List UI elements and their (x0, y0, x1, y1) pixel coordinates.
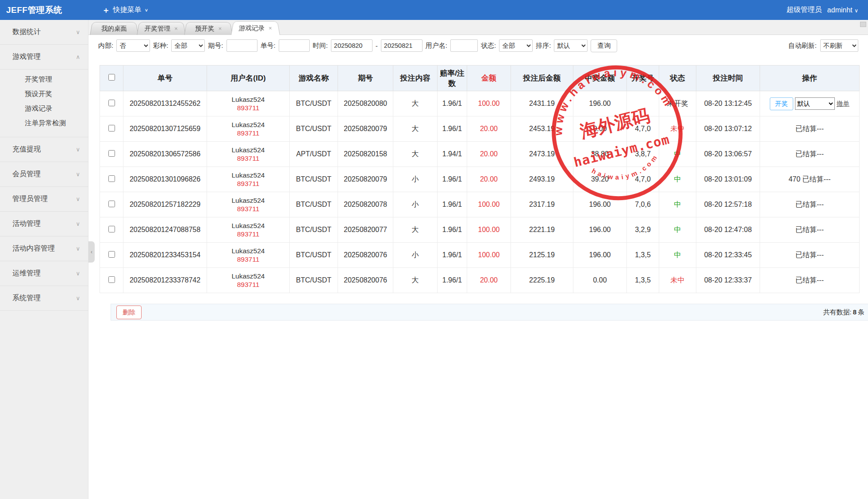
tab-scroll-button[interactable] (860, 22, 866, 27)
status-label: 状态: (481, 42, 496, 50)
period-input[interactable] (227, 39, 257, 52)
internal-select[interactable]: 否 (116, 39, 150, 52)
autorefresh-label: 自动刷新: (788, 42, 817, 50)
time-label: 时间: (313, 42, 328, 50)
table-row: 202508201307125659 Lukasz524893711 BTC/U… (100, 116, 860, 142)
sort-label: 排序: (536, 42, 551, 50)
sort-select[interactable]: 默认 (554, 39, 588, 52)
sidebar-collapse-handle[interactable]: ‹ (88, 241, 95, 263)
query-button[interactable]: 查询 (591, 39, 617, 52)
order-input[interactable] (279, 39, 310, 52)
cell-balance-after: 2317.19 (511, 192, 573, 217)
cell-win-amount: 196.00 (573, 243, 627, 268)
sidebar-item-activities[interactable]: 活动管理∨ (0, 212, 88, 236)
cell-bet-content: 大 (393, 116, 438, 142)
cell-game-name: BTC/USDT (290, 91, 338, 116)
time-from-input[interactable] (331, 39, 373, 52)
cell-draw-number (627, 91, 659, 116)
user-menu[interactable]: adminht ∨ (827, 6, 858, 14)
plus-icon: ＋ (102, 5, 110, 15)
cell-win-amount: 39.20 (573, 167, 627, 192)
sidebar-subitem-abnormal-bets[interactable]: 注单异常检测 (0, 116, 88, 131)
row-checkbox[interactable] (108, 175, 115, 182)
quick-menu-label: 快捷菜单 (113, 5, 141, 15)
user-role: 超级管理员 (787, 5, 822, 15)
cell-order-id: 202508201307125659 (123, 116, 207, 142)
col-operation: 操作 (760, 66, 860, 91)
chevron-down-icon: ∨ (76, 29, 80, 35)
cell-draw-number: 4,7,0 (627, 167, 659, 192)
tab-draw-mgmt[interactable]: 开奖管理× (137, 22, 185, 35)
table-row: 202508201247088758 Lukasz524893711 BTC/U… (100, 217, 860, 243)
select-all-checkbox[interactable] (108, 74, 115, 81)
cell-odds: 1.96/1 (438, 116, 467, 142)
cell-order-id: 202508201233378742 (123, 268, 207, 293)
sidebar-item-members[interactable]: 会员管理∨ (0, 162, 88, 187)
row-checkbox[interactable] (108, 125, 115, 132)
cell-odds: 1.96/1 (438, 91, 467, 116)
draw-button[interactable]: 开奖 (770, 97, 793, 110)
cell-username: Lukasz524893711 (207, 91, 290, 116)
chevron-down-icon: ∨ (144, 8, 148, 12)
cell-bet-content: 大 (393, 268, 438, 293)
cell-username: Lukasz524893711 (207, 142, 290, 167)
tab-my-desktop[interactable]: 我的桌面 (90, 22, 138, 35)
sidebar-subitem-preset-draw[interactable]: 预设开奖 (0, 87, 88, 101)
cell-status: 中 (659, 243, 696, 268)
tab-game-records[interactable]: 游戏记录× (231, 21, 280, 35)
chevron-down-icon: ∨ (76, 270, 80, 277)
filter-bar: 内部: 否 彩种: 全部 期号: 单号: 时间: - 用户名: 状态: 全部 排… (88, 35, 868, 56)
time-to-input[interactable] (381, 39, 422, 52)
close-icon[interactable]: × (174, 25, 178, 32)
sidebar-item-ops[interactable]: 运维管理∨ (0, 261, 88, 286)
sidebar-item-admins[interactable]: 管理员管理∨ (0, 187, 88, 212)
close-icon[interactable]: × (268, 25, 272, 31)
draw-type-select[interactable]: 默认 (795, 97, 835, 110)
cell-bet-content: 小 (393, 243, 438, 268)
col-odds: 赔率/注数 (438, 66, 467, 91)
sidebar-item-system[interactable]: 系统管理∨ (0, 286, 88, 311)
sidebar-item-activity-content[interactable]: 活动内容管理∨ (0, 236, 88, 261)
time-separator: - (376, 42, 378, 50)
cell-amount: 100.00 (467, 217, 511, 243)
cell-amount: 100.00 (467, 243, 511, 268)
close-icon[interactable]: × (218, 25, 222, 32)
sidebar-subitem-game-records[interactable]: 游戏记录 (0, 101, 88, 116)
row-checkbox[interactable] (108, 100, 115, 106)
col-draw-number: 开奖号 (627, 66, 659, 91)
cell-username: Lukasz524893711 (207, 268, 290, 293)
cell-odds: 1.96/1 (438, 268, 467, 293)
cell-status: 未中 (659, 116, 696, 142)
row-checkbox[interactable] (108, 251, 115, 258)
status-select[interactable]: 全部 (499, 39, 533, 52)
cell-win-amount: 196.00 (573, 217, 627, 243)
internal-label: 内部: (98, 42, 113, 50)
chevron-down-icon: ∨ (76, 245, 80, 252)
sidebar-item-game-mgmt[interactable]: 游戏管理∧ (0, 45, 88, 70)
cell-amount: 100.00 (467, 91, 511, 116)
sidebar-item-data-stats[interactable]: 数据统计∨ (0, 20, 88, 45)
cell-draw-number: 3,2,9 (627, 217, 659, 243)
row-checkbox[interactable] (108, 276, 115, 283)
order-label: 单号: (261, 42, 276, 50)
sidebar-subitem-draw-mgmt[interactable]: 开奖管理 (0, 72, 88, 87)
row-checkbox[interactable] (108, 226, 115, 232)
cell-operation: 已结算--- (760, 243, 860, 268)
autorefresh-select[interactable]: 不刷新 (820, 39, 858, 52)
quick-menu-button[interactable]: ＋ 快捷菜单 ∨ (102, 5, 148, 15)
row-checkbox[interactable] (108, 150, 115, 157)
row-checkbox[interactable] (108, 201, 115, 207)
delete-button[interactable]: 删除 (116, 306, 142, 319)
sidebar-item-deposit-withdraw[interactable]: 充值提现∨ (0, 137, 88, 162)
lottery-label: 彩种: (153, 42, 168, 50)
tab-pre-draw[interactable]: 预开奖× (184, 22, 233, 35)
cell-order-id: 202508201257182229 (123, 192, 207, 217)
cell-win-amount: 38.80 (573, 142, 627, 167)
cell-game-name: BTC/USDT (290, 167, 338, 192)
lottery-select[interactable]: 全部 (171, 39, 205, 52)
cell-bet-time: 08-20 13:01:09 (696, 167, 760, 192)
table-header-row: 单号 用户名(ID) 游戏名称 期号 投注内容 赔率/注数 金额 投注后金额 中… (100, 66, 860, 91)
cancel-order-link[interactable]: 撤单 (837, 100, 849, 107)
cell-status: 中 (659, 142, 696, 167)
username-input[interactable] (450, 39, 478, 52)
